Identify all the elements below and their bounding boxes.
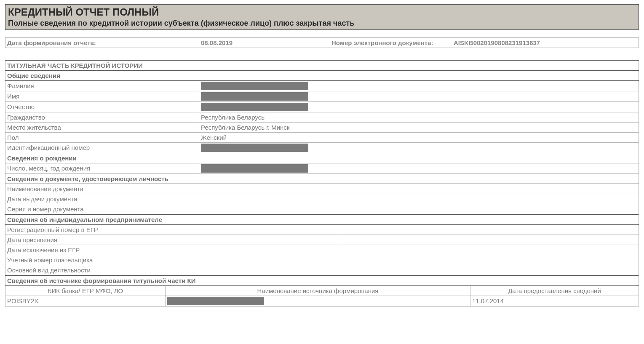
label-exclusiondate: Дата исключения из ЕГР <box>5 245 338 255</box>
src-header-date: Дата предоставления сведений <box>470 285 639 296</box>
meta-docnum-label: Номер электронного документа: <box>330 39 452 46</box>
subhead-ip: Сведения об индивидуальном предпринимате… <box>5 214 639 224</box>
meta-docnum-value: AISKB0020190808231913637 <box>452 39 639 46</box>
label-residence: Место жительства <box>5 122 199 132</box>
value-docissue <box>199 194 639 204</box>
meta-date-label: Дата формирования отчета: <box>5 39 199 46</box>
value-surname <box>199 80 639 91</box>
ip-section-table: Сведения об индивидуальном предпринимате… <box>5 214 639 275</box>
value-mainact <box>338 265 639 275</box>
value-firstname <box>199 91 639 101</box>
label-docname: Наименование документа <box>5 184 199 194</box>
subhead-source: Сведения об источнике формирования титул… <box>5 275 639 285</box>
label-dob: Число, месяц, год рождения <box>5 163 199 173</box>
src-row-name <box>166 296 470 306</box>
redacted-block <box>201 92 308 101</box>
label-citizenship: Гражданство <box>5 112 199 122</box>
src-row-bic: POISBY2X <box>5 296 166 306</box>
value-docname <box>199 184 639 194</box>
subhead-birth: Сведения о рождении <box>5 153 639 163</box>
subhead-general: Общие сведения <box>5 70 639 80</box>
report-header: КРЕДИТНЫЙ ОТЧЕТ ПОЛНЫЙ Полные сведения п… <box>5 4 639 30</box>
label-patronymic: Отчество <box>5 101 199 112</box>
value-patronymic <box>199 101 639 112</box>
redacted-block <box>201 164 308 173</box>
redacted-block <box>201 82 308 90</box>
label-idnum: Идентификационный номер <box>5 142 199 153</box>
label-taxnum: Учетный номер плательщика <box>5 255 338 265</box>
report-subtitle: Полные сведения по кредитной истории суб… <box>8 19 636 28</box>
label-firstname: Имя <box>5 91 199 101</box>
src-header-bic: БИК банка/ ЕГР МФО, ЛО <box>5 285 166 296</box>
src-row-date: 11.07.2014 <box>470 296 639 306</box>
meta-date-value: 08.08.2019 <box>199 39 330 46</box>
value-dob <box>199 163 639 173</box>
value-residence: Республика Беларусь г. Минск <box>199 122 639 132</box>
redacted-block <box>201 103 308 111</box>
label-mainact: Основной вид деятельности <box>5 265 338 275</box>
report-title: КРЕДИТНЫЙ ОТЧЕТ ПОЛНЫЙ <box>8 6 636 18</box>
subhead-iddoc: Сведения о документе, удостоверяющем лич… <box>5 173 639 184</box>
value-assigndate <box>338 235 639 245</box>
label-sex: Пол <box>5 132 199 142</box>
value-sex: Женский <box>199 132 639 142</box>
value-citizenship: Республика Беларусь <box>199 112 639 122</box>
redacted-block <box>167 297 264 305</box>
title-section-table: ТИТУЛЬНАЯ ЧАСТЬ КРЕДИТНОЙ ИСТОРИИ Общие … <box>5 60 639 214</box>
section-title: ТИТУЛЬНАЯ ЧАСТЬ КРЕДИТНОЙ ИСТОРИИ <box>5 60 639 70</box>
value-taxnum <box>338 255 639 265</box>
label-docseries: Серия и номер документа <box>5 204 199 214</box>
redacted-block <box>201 144 308 152</box>
src-header-name: Наименование источника формирования <box>166 285 470 296</box>
source-section-table: Сведения об источнике формирования титул… <box>5 275 639 307</box>
label-surname: Фамилия <box>5 80 199 91</box>
value-docseries <box>199 204 639 214</box>
label-assigndate: Дата присвоения <box>5 235 338 245</box>
value-idnum <box>199 142 639 153</box>
label-regnum: Регистрационный номер в ЕГР <box>5 224 338 235</box>
label-docissue: Дата выдачи документа <box>5 194 199 204</box>
report-meta-row: Дата формирования отчета: 08.08.2019 Ном… <box>5 37 639 48</box>
value-exclusiondate <box>338 245 639 255</box>
value-regnum <box>338 224 639 235</box>
